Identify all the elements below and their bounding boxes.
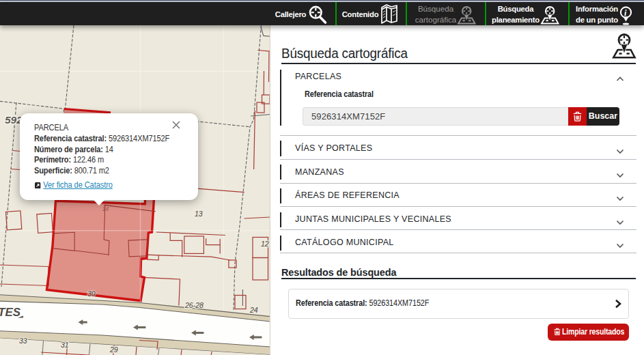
svg-text:12: 12 [261,240,269,248]
svg-text:26-28: 26-28 [184,301,204,309]
svg-text:13: 13 [195,210,203,218]
svg-text:24: 24 [249,306,258,314]
svg-text:33: 33 [19,337,27,345]
svg-text:30: 30 [87,289,96,298]
svg-text:14: 14 [102,205,109,212]
svg-text:TES: TES [0,306,21,319]
svg-text:i: i [624,8,627,17]
svg-text:31: 31 [61,341,69,349]
svg-text:29: 29 [109,345,118,354]
